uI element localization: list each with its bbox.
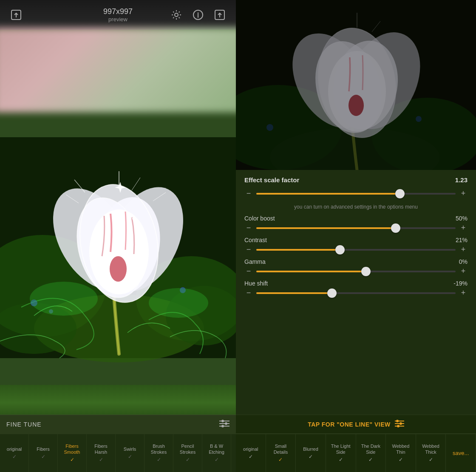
color-boost-value: 50%	[456, 215, 468, 222]
color-boost-thumb[interactable]	[391, 223, 400, 233]
filter-tab-pencil-strokes[interactable]: Pencil Strokes ✓	[173, 434, 202, 472]
gamma-label: Gamma	[244, 258, 266, 265]
contrast-value: 21%	[456, 237, 468, 243]
settings-hint: you can turn on advanced settings in the…	[244, 202, 468, 212]
svg-point-28	[149, 288, 208, 318]
right-flower-image	[236, 0, 476, 170]
svg-point-55	[400, 422, 402, 425]
effect-scale-value: 1.23	[455, 176, 468, 184]
contrast-thumb[interactable]	[335, 245, 345, 254]
right-filter-tab-webbed-thin[interactable]: Webbed Thin ✓	[386, 434, 416, 472]
gamma-fill	[256, 271, 366, 272]
color-boost-control: Color boost 50% − +	[244, 215, 468, 233]
effect-scale-plus[interactable]: +	[459, 189, 468, 198]
hue-shift-track[interactable]	[256, 292, 456, 294]
color-boost-track[interactable]	[256, 227, 456, 229]
hue-shift-fill	[256, 292, 332, 294]
fine-tune-icon	[219, 419, 230, 430]
svg-point-53	[396, 420, 399, 422]
filter-tab-bw-etching[interactable]: B & W Etching ✓	[202, 434, 231, 472]
contrast-plus[interactable]: +	[459, 245, 468, 254]
filter-tab-brush-strokes[interactable]: Brush Strokes ✓	[144, 434, 173, 472]
effect-scale-label: Effect scale factor	[244, 176, 299, 184]
contrast-label: Contrast	[244, 237, 267, 243]
filter-tab-fibers-harsh[interactable]: Fibers Harsh ✓	[87, 434, 116, 472]
effect-scale-track[interactable]	[256, 193, 456, 195]
save-button[interactable]: save...	[446, 434, 476, 472]
hue-shift-value: -19%	[453, 280, 468, 287]
right-filter-tab-original[interactable]: original ✓	[236, 434, 266, 472]
effect-scale-minus[interactable]: −	[244, 189, 253, 198]
contrast-slider-row: − +	[244, 245, 468, 254]
one-line-view-label: TAP FOR "ONE LINE" VIEW	[308, 421, 391, 428]
svg-point-32	[225, 422, 227, 425]
left-filter-tabs: original ✓ Fibers ✓ Fibers Smooth ✓ Fibe…	[0, 434, 236, 472]
fine-tune-label: FINE TUNE	[6, 421, 42, 428]
hue-shift-slider-row: − +	[244, 288, 468, 297]
controls-area: Effect scale factor 1.23 − + you can tur…	[236, 170, 476, 415]
right-filter-tab-blurred[interactable]: Blurred ✓	[296, 434, 326, 472]
one-line-view-button[interactable]: TAP FOR "ONE LINE" VIEW	[236, 415, 476, 434]
gamma-track[interactable]	[256, 271, 456, 272]
color-boost-label: Color boost	[244, 215, 275, 222]
svg-point-34	[221, 425, 224, 427]
svg-point-1	[175, 13, 178, 17]
hue-shift-thumb[interactable]	[327, 288, 337, 298]
preview-label: preview	[103, 16, 133, 23]
effect-scale-row: Effect scale factor 1.23	[244, 176, 468, 184]
export-button[interactable]	[212, 7, 227, 23]
svg-point-19	[110, 256, 127, 282]
right-filter-tabs: original ✓ Small Details ✓ Blurred ✓ The…	[236, 434, 476, 472]
hue-shift-label: Hue shift	[244, 280, 268, 287]
right-filter-tab-dark-side[interactable]: The Dark Side ✓	[356, 434, 386, 472]
left-bottom-background	[0, 385, 236, 415]
color-boost-minus[interactable]: −	[244, 223, 253, 232]
right-panel: Effect scale factor 1.23 − + you can tur…	[236, 0, 476, 472]
effect-scale-thumb[interactable]	[395, 189, 405, 198]
fine-tune-bar: FINE TUNE	[0, 415, 236, 434]
svg-point-30	[221, 420, 224, 422]
effect-scale-fill	[256, 193, 400, 195]
gamma-plus[interactable]: +	[459, 267, 468, 276]
right-filter-tab-light-side[interactable]: The Light Side ✓	[326, 434, 356, 472]
svg-point-27	[30, 282, 98, 316]
resolution-text: 997x997	[103, 7, 133, 16]
svg-point-57	[397, 425, 400, 427]
hue-shift-minus[interactable]: −	[244, 288, 253, 297]
left-flower-image	[0, 110, 236, 385]
hue-shift-plus[interactable]: +	[459, 288, 468, 297]
filter-tab-extra[interactable]: C ✓	[231, 434, 236, 472]
right-filter-tab-small-details[interactable]: Small Details ✓	[266, 434, 296, 472]
import-button[interactable]	[8, 7, 24, 23]
filter-tab-fibers-smooth[interactable]: Fibers Smooth ✓	[58, 434, 87, 472]
gamma-value: 0%	[459, 258, 468, 265]
settings-button[interactable]	[169, 7, 184, 23]
contrast-control: Contrast 21% − +	[244, 237, 468, 255]
contrast-minus[interactable]: −	[244, 245, 253, 254]
filter-tab-fibers[interactable]: Fibers ✓	[29, 434, 58, 472]
blurred-top-area	[0, 28, 236, 113]
gamma-control: Gamma 0% − +	[244, 258, 468, 277]
header-title: 997x997 preview	[103, 7, 133, 23]
one-line-icon	[395, 419, 404, 430]
gamma-minus[interactable]: −	[244, 267, 253, 276]
effect-scale-slider-row: − +	[244, 189, 468, 198]
color-boost-slider-row: − +	[244, 223, 468, 232]
right-image-area	[236, 0, 476, 170]
gamma-slider-row: − +	[244, 267, 468, 276]
save-label: save...	[453, 450, 469, 456]
color-boost-fill	[256, 227, 396, 229]
contrast-fill	[256, 249, 340, 251]
left-image-area	[0, 110, 236, 385]
color-boost-plus[interactable]: +	[459, 223, 468, 232]
left-panel: 997x997 preview	[0, 0, 236, 472]
filter-tab-original[interactable]: original ✓	[0, 434, 29, 472]
info-button[interactable]	[190, 7, 206, 23]
gamma-thumb[interactable]	[361, 267, 371, 276]
contrast-track[interactable]	[256, 249, 456, 251]
right-filter-tab-webbed-thick[interactable]: Webbed Thick ✓	[416, 434, 446, 472]
hue-shift-control: Hue shift -19% − +	[244, 280, 468, 298]
left-header: 997x997 preview	[0, 0, 236, 30]
svg-rect-51	[236, 0, 476, 170]
filter-tab-swirls[interactable]: Swirls ✓	[116, 434, 144, 472]
